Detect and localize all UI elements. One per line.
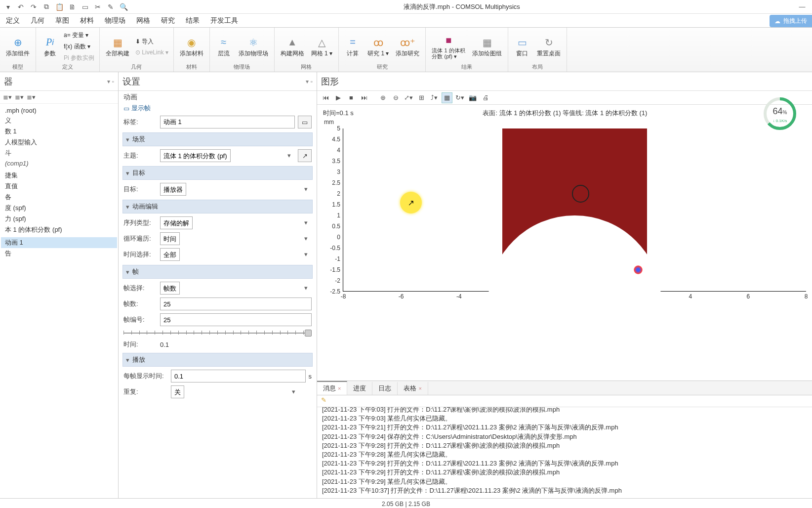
livelink-button[interactable]: ⊙ LiveLink ▾ [133,48,170,57]
fps-input[interactable] [171,370,306,382]
stop-button[interactable]: ■ [346,92,357,103]
tree-item[interactable]: 告 [1,248,117,259]
undo-icon[interactable]: ↶ [16,2,26,12]
tab-table[interactable]: 表格× [398,382,428,395]
section-frame[interactable]: ▾帧 [122,265,313,279]
section-edit[interactable]: ▾动画编辑 [122,200,313,213]
snapshot-button[interactable]: 📷 [467,92,478,103]
menu-define[interactable]: 定义 [6,16,20,25]
highlight-icon[interactable]: ✎ [106,2,116,12]
redo-icon[interactable]: ↷ [29,2,39,12]
laminar-flow-button[interactable]: ≈ 层流 [213,35,235,59]
menu-physics[interactable]: 物理场 [105,16,125,25]
tab-progress[interactable]: 进度 [347,382,372,395]
refresh-plot-button[interactable]: ↻▾ [454,92,465,103]
tree-item[interactable]: .mph (root) [1,106,117,115]
tree-item[interactable]: 动画 1 [1,237,117,248]
zoom-in-button[interactable]: ⊕ [377,92,388,103]
variables-button[interactable]: a= 变量 ▾ [62,30,96,41]
tree-tool-2[interactable]: ≣▾ [15,93,24,102]
zoom-out-button[interactable]: ⊖ [390,92,401,103]
add-plot-button[interactable]: ▦ 添加绘图组 [469,35,505,59]
scene-light-button[interactable]: ▦ [442,92,452,103]
menu-geometry[interactable]: 几何 [31,16,44,25]
add-material-button[interactable]: ◉ 添加材料 [177,35,206,59]
tree-item[interactable]: 斗 [1,148,117,159]
section-play[interactable]: ▾播放 [122,353,313,367]
section-scene[interactable]: ▾场景 [122,132,313,146]
next-frame-button[interactable]: ⏭ [359,92,369,103]
menu-study[interactable]: 研究 [161,16,175,25]
target-select[interactable]: 播放器 [160,183,186,196]
message-log[interactable]: [2021-11-23 下午9:03] 打开的文件：D:\11.27课程\案例\… [317,407,812,498]
menu-devtools[interactable]: 开发工具 [210,16,238,25]
param-instance-button[interactable]: Pi 参数实例 [62,53,96,63]
window-button[interactable]: ▭ 窗口 [511,35,533,59]
close-icon[interactable]: × [418,385,421,391]
grid-button[interactable]: ⊞ [416,92,427,103]
zoom-extents-button[interactable]: ⤢▾ [403,92,414,103]
frames-input[interactable] [160,297,312,310]
build-all-button[interactable]: ▦ 全部构建 [103,35,132,59]
zoom-icon[interactable]: 🔍 [119,2,128,12]
menu-sketch[interactable]: 草图 [55,16,69,25]
tree-tool-3[interactable]: ≣▾ [27,93,36,102]
save-icon[interactable]: ▾ [3,2,13,12]
menu-results[interactable]: 结果 [186,16,200,25]
theme-goto-button[interactable]: ↗ [298,149,312,162]
frame-no-input[interactable] [160,313,312,326]
tree-item[interactable]: 本 1 的体积分数 (pf) [1,224,117,235]
tab-messages[interactable]: 消息× [317,381,347,395]
label-edit-button[interactable]: ▭ [298,116,312,128]
upload-badge[interactable]: ☁ 拖拽上传 [770,15,812,27]
reset-desktop-button[interactable]: ↻ 重置桌面 [534,35,564,59]
functions-button[interactable]: f(x) 函数 ▾ [62,42,96,52]
close-icon[interactable]: × [338,385,341,391]
play-button[interactable]: ▶ [333,92,344,103]
loop-select[interactable]: 时间 [160,232,180,245]
paste-icon[interactable]: 📋 [54,2,64,12]
menu-mesh[interactable]: 网格 [136,16,150,25]
tree-item[interactable]: 各 [1,192,117,203]
add-physics-button[interactable]: ⚛ 添加物理场 [236,35,271,59]
theme-select[interactable]: 流体 1 的体积分数 (pf) [160,149,231,162]
add-component-button[interactable]: ⊕ 添加组件 [3,35,33,59]
plot-area[interactable]: 时间=0.1 s 表面: 流体 1 的体积分数 (1) 等值线: 流体 1 的体… [317,105,812,381]
tree-tool-1[interactable]: ≣▾ [3,93,12,102]
show-frame-link[interactable]: ▭ 显示帧 [123,104,312,113]
parameters-button[interactable]: Pi 参数 [39,35,61,59]
select-icon[interactable]: ▭ [80,2,90,12]
seq-select[interactable]: 存储的解 [160,216,193,229]
import-button[interactable]: ⬇ 导入 [133,37,170,47]
model-tree[interactable]: .mph (root)义数 1人模型输入斗(comp1)捷集直值各度 (spf)… [0,104,118,498]
minimize-icon[interactable]: — [792,0,812,14]
tab-log[interactable]: 日志 [372,382,398,395]
copy-icon[interactable]: ⧉ [41,2,51,12]
doc-icon[interactable]: 🗎 [67,2,77,12]
build-mesh-button[interactable]: ▲ 构建网格 [278,35,307,59]
tree-item[interactable]: 人模型输入 [1,137,117,148]
compute-button[interactable]: = 计算 [342,35,364,59]
tree-item[interactable]: 直值 [1,181,117,192]
repeat-select[interactable]: 关 [171,385,184,398]
tree-item[interactable]: 数 1 [1,126,117,137]
print-button[interactable]: 🖨 [480,92,491,103]
frame-sel-select[interactable]: 帧数 [160,282,180,295]
menu-material[interactable]: 材料 [80,16,94,25]
tree-item[interactable]: 捷集 [1,170,117,181]
time-sel-select[interactable]: 全部 [160,248,180,261]
cut-icon[interactable]: ✂ [93,2,103,12]
frame-slider[interactable] [123,329,312,337]
mesh-1-button[interactable]: △ 网格 1 ▾ [308,35,335,59]
vol-frac-button[interactable]: ■ 流体 1 的体积分数 (pf) ▾ [429,33,468,60]
add-study-button[interactable]: ꝏ⁺ 添加研究 [393,35,422,59]
study-1-button[interactable]: ꝏ 研究 1 ▾ [365,35,392,59]
axes-button[interactable]: ⤴▾ [429,92,440,103]
tree-item[interactable]: (comp1) [1,159,117,168]
section-target[interactable]: ▾目标 [122,166,313,180]
tree-item[interactable]: 力 (spf) [1,213,117,224]
wand-icon[interactable]: ✎ [321,396,326,404]
prev-frame-button[interactable]: ⏮ [320,92,331,103]
label-input[interactable] [160,116,295,128]
tree-item[interactable]: 度 (spf) [1,203,117,213]
